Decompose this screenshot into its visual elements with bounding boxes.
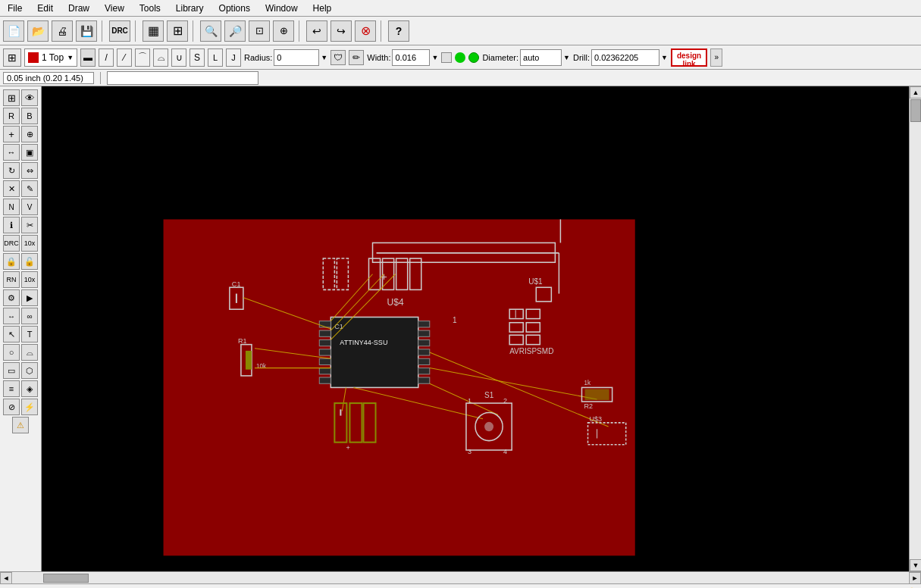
split-btn[interactable]: ✂ [21, 217, 38, 233]
polygon-btn[interactable]: ⬡ [21, 362, 38, 379]
arc3-btn[interactable]: ∪ [171, 48, 186, 67]
diameter-arrow[interactable]: ▼ [563, 54, 570, 61]
zoom-fit-button[interactable]: ⊡ [249, 20, 270, 42]
route-signal-btn[interactable]: R [3, 108, 20, 124]
script-btn[interactable]: ⚙ [3, 289, 20, 306]
scroll-down-button[interactable]: ▼ [910, 559, 921, 571]
circle-btn[interactable]: ○ [3, 344, 20, 361]
ratsnest2-btn[interactable]: RN [3, 271, 20, 288]
line-btn[interactable]: / [99, 48, 114, 67]
bottom-scrollbar[interactable]: ◄ ► [0, 571, 921, 583]
scroll-thumb[interactable] [910, 99, 921, 122]
ripup-btn[interactable]: ⊘ [3, 399, 20, 415]
new-button[interactable]: 📄 [3, 20, 24, 42]
width-arrow[interactable]: ▼ [431, 54, 438, 61]
menu-edit[interactable]: Edit [33, 2, 58, 15]
grid-icon[interactable]: ⊞ [3, 48, 21, 67]
route-bus-btn[interactable]: B [21, 108, 38, 124]
layer-selector[interactable]: 1 Top ▼ [24, 48, 77, 67]
arc-btn[interactable]: ⌓ [21, 344, 38, 361]
print-button[interactable]: 🖨 [52, 20, 73, 42]
design-link-button[interactable]: designlink [671, 48, 707, 67]
drc-button[interactable]: DRC [109, 20, 130, 42]
auto-route-btn[interactable]: ⚡ [21, 399, 38, 415]
canvas-area[interactable]: + U$4 ATTINY44-SSU [42, 86, 909, 571]
ratsnest3-btn[interactable]: 10x [21, 271, 38, 288]
measure-btn[interactable]: ↔ [3, 308, 20, 324]
hscroll-thumb[interactable] [43, 574, 89, 583]
layers-button[interactable]: ▦ [143, 20, 164, 42]
menu-options[interactable]: Options [215, 2, 255, 15]
grid-button[interactable]: ⊞ [167, 20, 188, 42]
stop-button[interactable]: ⊗ [355, 20, 376, 42]
zoom-out-button[interactable]: 🔎 [224, 20, 246, 42]
teardrops-btn[interactable]: ◈ [21, 380, 38, 397]
change-btn[interactable]: ✎ [21, 180, 38, 197]
drc3-btn[interactable]: DRC [3, 235, 20, 252]
rotate-btn[interactable]: ↻ [3, 162, 20, 179]
scroll-left-button[interactable]: ◄ [0, 572, 12, 584]
copy-btn[interactable]: ⊕ [21, 126, 38, 142]
s-curve-btn[interactable]: S [190, 48, 205, 67]
shield-btn2[interactable]: ✏ [349, 50, 364, 65]
scroll-right-button[interactable]: ► [909, 572, 921, 584]
drill-arrow[interactable]: ▼ [661, 54, 668, 61]
svg-text:1k: 1k [584, 380, 591, 386]
add-btn[interactable]: + [3, 126, 20, 142]
calc-btn[interactable]: ∞ [21, 308, 38, 324]
menu-library[interactable]: Library [171, 2, 208, 15]
layer-stack-btn[interactable]: ≡ [3, 380, 20, 397]
move-btn[interactable]: ↔ [3, 144, 20, 161]
value-btn[interactable]: V [21, 199, 38, 215]
text-btn[interactable]: T [21, 326, 38, 342]
pcb-view[interactable]: + U$4 ATTINY44-SSU [42, 86, 909, 571]
erc-btn[interactable]: 10x [21, 235, 38, 252]
rect-btn[interactable]: ▭ [3, 362, 20, 379]
scroll-track[interactable] [910, 99, 921, 559]
command-input[interactable] [107, 71, 258, 85]
shield-btn1[interactable]: 🛡 [330, 50, 346, 65]
group-btn[interactable]: ▣ [21, 144, 38, 161]
expand-button[interactable]: » [710, 48, 722, 67]
J-btn[interactable]: J [226, 48, 241, 67]
diameter-box: Diameter: ▼ [482, 49, 570, 66]
menu-tools[interactable]: Tools [135, 2, 165, 15]
drill-input[interactable] [591, 49, 659, 66]
undo-button[interactable]: ↩ [306, 20, 327, 42]
hscroll-track[interactable] [13, 573, 908, 583]
warning-btn[interactable]: ⚠ [12, 417, 29, 433]
zoom-sel-button[interactable]: ⊕ [273, 20, 294, 42]
mirror-btn[interactable]: ⇔ [21, 162, 38, 179]
right-scrollbar[interactable]: ▲ ▼ [909, 86, 921, 571]
open-button[interactable]: 📂 [27, 20, 49, 42]
menu-file[interactable]: File [3, 2, 27, 15]
menu-window[interactable]: Window [261, 2, 302, 15]
run-btn[interactable]: ▶ [21, 289, 38, 306]
name-btn[interactable]: N [3, 199, 20, 215]
menu-help[interactable]: Help [309, 2, 337, 15]
lt-row8: ℹ ✂ [3, 217, 38, 233]
delete-btn[interactable]: ✕ [3, 180, 20, 197]
info-btn[interactable]: ℹ [3, 217, 20, 233]
save-button[interactable]: 💾 [76, 20, 97, 42]
select-btn[interactable]: ↖ [3, 326, 20, 342]
unlock-btn[interactable]: 🔓 [21, 253, 38, 270]
help-button[interactable]: ? [388, 20, 409, 42]
lock-btn[interactable]: 🔒 [3, 253, 20, 270]
diameter-input[interactable] [520, 49, 562, 66]
shape-fill-btn[interactable]: ▬ [80, 48, 96, 67]
grid-toggle-btn[interactable]: ⊞ [3, 89, 20, 106]
menu-draw[interactable]: Draw [64, 2, 94, 15]
radius-input[interactable] [274, 49, 319, 66]
zoom-in-button[interactable]: 🔍 [200, 20, 221, 42]
arc2-btn[interactable]: ⌓ [153, 48, 168, 67]
arc1-btn[interactable]: ⌒ [135, 48, 150, 67]
redo-button[interactable]: ↪ [330, 20, 352, 42]
L-btn[interactable]: L [208, 48, 223, 67]
scroll-up-button[interactable]: ▲ [910, 86, 921, 99]
eyedrop-btn[interactable]: 👁 [21, 89, 38, 106]
menu-view[interactable]: View [100, 2, 129, 15]
width-input[interactable] [392, 49, 430, 66]
radius-arrow[interactable]: ▼ [321, 54, 327, 61]
line45-btn[interactable]: ∕ [117, 48, 132, 67]
